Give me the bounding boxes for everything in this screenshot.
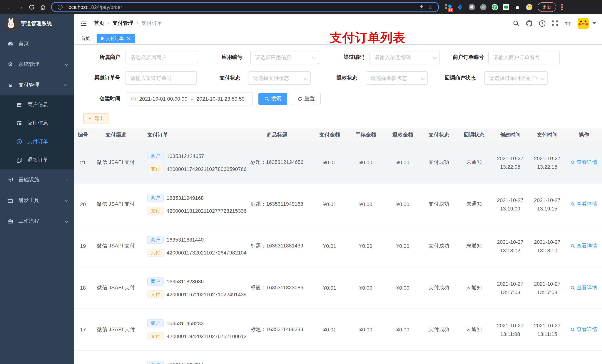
avatar-caret-icon[interactable]	[592, 22, 596, 24]
breadcrumb-payment[interactable]: 支付管理	[113, 20, 133, 27]
extension-chat-icon[interactable]	[503, 4, 509, 10]
product-title: 标题：1635311881439	[242, 243, 312, 249]
url-bar[interactable]: localhost:1024/pay/order ☆	[51, 2, 439, 12]
sidebar-item-payment[interactable]: ¥ 支付管理	[0, 75, 74, 95]
chevron-down-icon	[65, 62, 68, 66]
fee-amount: ¥0.00	[347, 327, 384, 333]
view-detail-link[interactable]: 查看详情	[570, 326, 597, 333]
sidebar-item-dev-tools[interactable]: 研发工具	[0, 190, 74, 211]
extension-y-icon[interactable]: y	[492, 4, 498, 10]
table-row[interactable]: 19 微信 JSAPI 支付 商户1635311881440 支付4200001…	[74, 225, 602, 267]
filter-label: 商户订单编号	[453, 54, 484, 61]
github-icon[interactable]	[525, 20, 533, 27]
merchant-select-input[interactable]	[126, 51, 198, 64]
column-header: 支付订单	[140, 132, 242, 138]
view-detail-link[interactable]: 查看详情	[570, 159, 597, 166]
pay-amount: ¥0.01	[312, 243, 347, 249]
refund-amount: ¥0.00	[384, 327, 421, 333]
profile-emoji-icon[interactable]	[526, 4, 532, 10]
browser-menu-icon[interactable]	[560, 3, 564, 11]
merchant-tag: 商户	[147, 319, 164, 327]
filter-form: 所属商户 应用编号 渠道编码 商户订单编号	[74, 45, 602, 105]
app-logo-row[interactable]: 芋道管理系统	[0, 14, 74, 33]
view-detail-link[interactable]: 查看详情	[570, 201, 597, 208]
sidebar-item-home[interactable]: 首页	[0, 33, 74, 54]
breadcrumb-current: 支付订单	[141, 20, 162, 27]
user-avatar[interactable]	[578, 18, 589, 29]
view-detail-label: 查看详情	[576, 326, 597, 333]
sidebar-item-infrastructure[interactable]: 基础设施	[0, 169, 74, 190]
browser-back-icon[interactable]: ←	[4, 1, 15, 13]
pay-time: 13:18:10	[537, 247, 557, 253]
table-header: 编号 支付渠道 支付订单 商品标题 支付金额 手续金额 退款金额 支付状态 回调…	[74, 128, 602, 142]
create-time: 13:18:02	[500, 247, 520, 253]
browser-forward-icon[interactable]: →	[15, 1, 26, 13]
view-detail-link[interactable]: 查看详情	[570, 243, 597, 249]
extensions-puzzle-icon[interactable]	[514, 4, 521, 10]
font-size-icon[interactable]: TT	[564, 20, 572, 27]
sidebar-item-system[interactable]: ⚙ 系统管理	[0, 54, 74, 75]
sidebar-fold-icon[interactable]	[80, 19, 88, 27]
pay-status: 支付成功	[421, 326, 456, 333]
table-row[interactable]: 商户1635311354726 支付	[74, 351, 602, 364]
sidebar-item-workflow[interactable]: 工作流程	[0, 211, 74, 232]
bookmark-star-icon[interactable]: ☆	[426, 3, 435, 11]
tab-home[interactable]: 首页	[77, 34, 94, 43]
date-start-value: 2021-10-01 00:00:00	[139, 96, 187, 102]
column-header: 支付渠道	[92, 132, 140, 138]
extension-badge: 10	[448, 8, 453, 12]
pay-date: 2021-10-27	[534, 239, 560, 245]
close-icon[interactable]	[126, 36, 131, 41]
site-info-icon[interactable]	[55, 3, 64, 11]
pay-date: 2021-10-27	[534, 281, 560, 287]
sidebar-item-merchant-info[interactable]: 商户信息	[0, 95, 74, 114]
share-icon[interactable]	[417, 3, 426, 11]
help-icon[interactable]: ?	[538, 20, 546, 27]
sidebar-item-pay-order[interactable]: ¥ 支付订单	[0, 132, 74, 151]
search-icon[interactable]	[512, 20, 520, 27]
tab-pay-order[interactable]: 支付订单	[97, 34, 135, 43]
refund-status-select-input[interactable]	[366, 71, 428, 85]
app-title: 芋道管理系统	[21, 20, 52, 27]
create-time-range-picker[interactable]: 2021-10-01 00:00:00 - 2021-10-31 23:59:5…	[127, 92, 253, 105]
channel-code-select-input[interactable]	[369, 51, 440, 64]
app-select-input[interactable]	[250, 51, 319, 64]
grid-table-icon	[16, 120, 22, 126]
table-row[interactable]: 17 微信 JSAPI 支付 商户1635311468233 支付4200001…	[74, 309, 602, 351]
breadcrumb-home[interactable]: 首页	[94, 20, 104, 27]
export-button[interactable]: 导出	[83, 113, 108, 124]
toolbox-icon	[7, 218, 13, 224]
search-icon	[570, 160, 575, 165]
table-row[interactable]: 18 微信 JSAPI 支付 商户1635311823086 支付4200001…	[74, 267, 602, 309]
browser-home-icon[interactable]	[37, 1, 48, 13]
svg-text:?: ?	[541, 21, 543, 25]
view-detail-label: 查看详情	[576, 284, 597, 291]
fullscreen-icon[interactable]	[551, 20, 559, 27]
table-row[interactable]: 20 微信 JSAPI 支付 商户1635311949168 支付4200001…	[74, 184, 602, 225]
extension-diamond-icon[interactable]: 10	[445, 4, 452, 10]
sidebar-item-app-info[interactable]: 应用信息	[0, 114, 74, 132]
url-text[interactable]: localhost:1024/pay/order	[67, 4, 417, 10]
pay-status: 支付成功	[421, 201, 456, 208]
merchant-order-no-input[interactable]	[488, 51, 560, 64]
pay-status-select-input[interactable]	[248, 71, 311, 85]
browser-reload-icon[interactable]	[26, 1, 37, 13]
notify-status-select-input[interactable]	[484, 71, 548, 85]
view-detail-label: 查看详情	[576, 243, 597, 249]
filter-label: 退款状态	[336, 75, 357, 81]
channel-order-no-input[interactable]	[126, 71, 197, 85]
sidebar-item-refund-order[interactable]: 退款订单	[0, 151, 74, 169]
table-row[interactable]: 21 微信 JSAPI 支付 商户1635312124657 支付4200001…	[74, 142, 602, 184]
export-button-label: 导出	[94, 115, 104, 122]
search-button[interactable]: 搜索	[258, 93, 287, 105]
view-detail-link[interactable]: 查看详情	[570, 284, 597, 291]
column-header: 支付状态	[421, 132, 456, 138]
pay-time: 13:11:15	[538, 331, 557, 337]
reset-button[interactable]: 重置	[292, 93, 321, 105]
browser-update-button[interactable]: 更新	[538, 2, 556, 12]
refund-amount: ¥0.00	[384, 201, 421, 207]
extension-record-icon[interactable]	[480, 4, 486, 10]
merchant-order-no: 1635311823086	[167, 278, 204, 284]
extension-kite-icon[interactable]	[457, 4, 463, 10]
extension-command-icon[interactable]: ⌘	[469, 4, 475, 10]
